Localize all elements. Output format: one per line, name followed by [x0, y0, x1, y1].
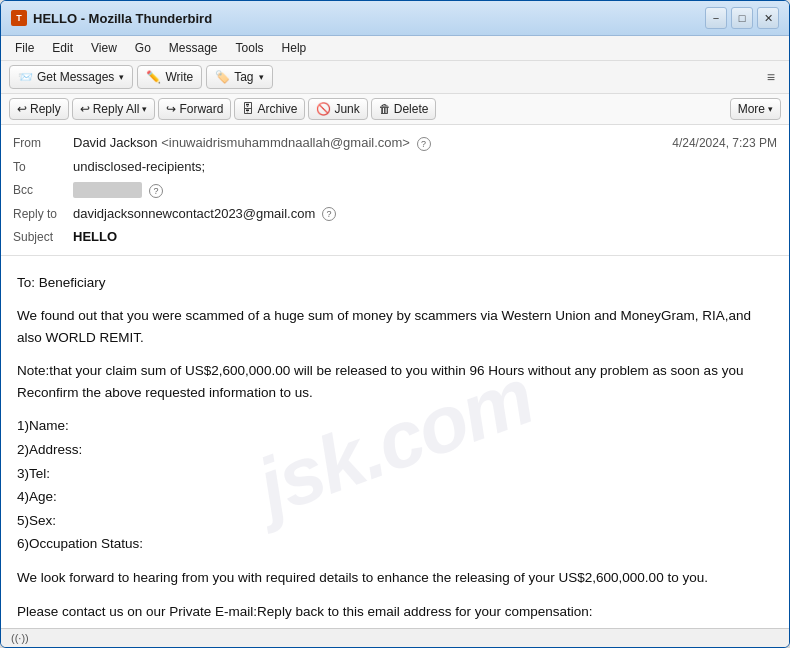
reply-to-value: davidjacksonnewcontact2023@gmail.com ? [73, 204, 777, 224]
body-para4: Please contact us on our Private E-mail:… [17, 601, 773, 623]
window-title: HELLO - Mozilla Thunderbird [33, 11, 212, 26]
menu-edit[interactable]: Edit [44, 38, 81, 58]
body-para2: Note:that your claim sum of US$2,600,000… [17, 360, 773, 403]
reply-to-label: Reply to [13, 205, 73, 223]
reply-all-icon: ↩ [80, 102, 90, 116]
status-bar: ((·)) [1, 628, 789, 647]
more-button[interactable]: More ▾ [730, 98, 781, 120]
email-body: jsk.com To: Beneficiary We found out tha… [1, 256, 789, 629]
forward-button[interactable]: ↪ Forward [158, 98, 231, 120]
delete-icon: 🗑 [379, 102, 391, 116]
bcc-verify-icon[interactable]: ? [149, 184, 163, 198]
get-messages-caret: ▾ [119, 72, 124, 82]
reply-icon: ↩ [17, 102, 27, 116]
bcc-value: ? [73, 180, 777, 200]
subject-label: Subject [13, 228, 73, 246]
list-item-2: 2)Address: [17, 439, 773, 461]
verify-sender-icon[interactable]: ? [417, 137, 431, 151]
to-value: undisclosed-recipients; [73, 157, 777, 177]
minimize-button[interactable]: − [705, 7, 727, 29]
tag-caret: ▾ [259, 72, 264, 82]
from-value: David Jackson <inuwaidrismuhammdnaallah@… [73, 133, 672, 153]
more-caret: ▾ [768, 104, 773, 114]
bcc-label: Bcc [13, 181, 73, 199]
delete-button[interactable]: 🗑 Delete [371, 98, 437, 120]
tag-icon: 🏷️ [215, 70, 230, 84]
reply-all-button[interactable]: ↩ Reply All ▾ [72, 98, 156, 120]
menu-help[interactable]: Help [274, 38, 315, 58]
maximize-button[interactable]: □ [731, 7, 753, 29]
email-header: From David Jackson <inuwaidrismuhammdnaa… [1, 125, 789, 256]
body-para1: We found out that you were scammed of a … [17, 305, 773, 348]
write-button[interactable]: ✏️ Write [137, 65, 202, 89]
close-button[interactable]: ✕ [757, 7, 779, 29]
from-email: <inuwaidrismuhammdnaallah@gmail.com> [161, 135, 410, 150]
to-label: To [13, 158, 73, 176]
archive-button[interactable]: 🗄 Archive [234, 98, 305, 120]
subject-value: HELLO [73, 227, 777, 247]
list-item-4: 4)Age: [17, 486, 773, 508]
body-greeting: To: Beneficiary [17, 272, 773, 294]
reply-to-row: Reply to davidjacksonnewcontact2023@gmai… [13, 202, 777, 226]
reply-all-caret: ▾ [142, 104, 147, 114]
list-item-6: 6)Occupation Status: [17, 533, 773, 555]
from-label: From [13, 134, 73, 152]
body-para3: We look forward to hearing from you with… [17, 567, 773, 589]
subject-row: Subject HELLO [13, 225, 777, 249]
bcc-blurred [73, 182, 142, 198]
from-row: From David Jackson <inuwaidrismuhammdnaa… [13, 131, 777, 155]
archive-icon: 🗄 [242, 102, 254, 116]
junk-icon: 🚫 [316, 102, 331, 116]
junk-button[interactable]: 🚫 Junk [308, 98, 367, 120]
menu-bar: File Edit View Go Message Tools Help [1, 36, 789, 61]
body-list: 1)Name: 2)Address: 3)Tel: 4)Age: 5)Sex: … [17, 415, 773, 555]
menu-go[interactable]: Go [127, 38, 159, 58]
get-messages-icon: 📨 [18, 70, 33, 84]
app-icon: T [11, 10, 27, 26]
title-bar: T HELLO - Mozilla Thunderbird − □ ✕ [1, 1, 789, 36]
hamburger-menu-button[interactable]: ≡ [761, 65, 781, 89]
write-icon: ✏️ [146, 70, 161, 84]
forward-icon: ↪ [166, 102, 176, 116]
reply-button[interactable]: ↩ Reply [9, 98, 69, 120]
email-date: 4/24/2024, 7:23 PM [672, 134, 777, 152]
main-window: T HELLO - Mozilla Thunderbird − □ ✕ File… [0, 0, 790, 648]
window-controls: − □ ✕ [705, 7, 779, 29]
toolbar: 📨 Get Messages ▾ ✏️ Write 🏷️ Tag ▾ ≡ [1, 61, 789, 94]
menu-message[interactable]: Message [161, 38, 226, 58]
menu-file[interactable]: File [7, 38, 42, 58]
title-bar-left: T HELLO - Mozilla Thunderbird [11, 10, 212, 26]
menu-tools[interactable]: Tools [228, 38, 272, 58]
list-item-1: 1)Name: [17, 415, 773, 437]
to-row: To undisclosed-recipients; [13, 155, 777, 179]
from-name: David Jackson [73, 135, 158, 150]
reply-to-verify-icon[interactable]: ? [322, 207, 336, 221]
action-bar: ↩ Reply ↩ Reply All ▾ ↪ Forward 🗄 Archiv… [1, 94, 789, 125]
menu-view[interactable]: View [83, 38, 125, 58]
list-item-3: 3)Tel: [17, 463, 773, 485]
get-messages-button[interactable]: 📨 Get Messages ▾ [9, 65, 133, 89]
bcc-row: Bcc ? [13, 178, 777, 202]
tag-button[interactable]: 🏷️ Tag ▾ [206, 65, 272, 89]
list-item-5: 5)Sex: [17, 510, 773, 532]
status-icon: ((·)) [11, 632, 29, 644]
